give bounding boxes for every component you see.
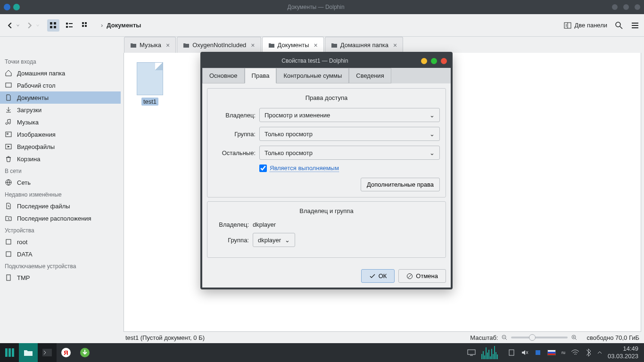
back-button[interactable]	[5, 20, 15, 31]
breadcrumb[interactable]: › Документы	[101, 22, 564, 29]
chevron-down-icon: ⌄	[285, 237, 290, 244]
tray-expand-icon[interactable]	[597, 349, 602, 356]
tab-permissions[interactable]: Права	[245, 68, 277, 83]
tray-updates-icon[interactable]	[534, 349, 542, 356]
clock-date: 03.03.2023	[608, 353, 638, 360]
tab-checksums[interactable]: Контрольные суммы	[276, 68, 349, 83]
sidebar-item-tmp[interactable]: TMP	[0, 272, 121, 284]
svg-line-29	[505, 338, 507, 340]
close-icon[interactable]: ×	[393, 41, 397, 49]
file-item[interactable]: test1	[133, 62, 166, 105]
tab-bar: Музыка× OxygenNotIncluded× Документы× До…	[0, 37, 644, 53]
sidebar-item-videos[interactable]: Видеофайлы	[0, 140, 121, 153]
breadcrumb-location[interactable]: Документы	[107, 22, 141, 29]
svg-rect-27	[7, 275, 10, 280]
sidebar-item-data[interactable]: DATA	[0, 248, 121, 260]
slider-knob[interactable]	[529, 334, 536, 341]
group-perm-select[interactable]: Только просмотр⌄	[259, 127, 440, 141]
svg-line-16	[620, 26, 622, 29]
sidebar-item-pictures[interactable]: Изображения	[0, 128, 121, 140]
status-text: test1 (Пустой документ, 0 Б)	[5, 334, 470, 341]
sidebar-item-home[interactable]: Домашняя папка	[0, 67, 121, 79]
close-icon[interactable]: ×	[251, 41, 255, 49]
sidebar-item-network[interactable]: Сеть	[0, 176, 121, 189]
svg-rect-6	[66, 26, 68, 28]
owner-perm-select[interactable]: Просмотр и изменение⌄	[259, 108, 440, 122]
tray-clipboard-icon[interactable]	[508, 349, 515, 356]
tray-volume-muted-icon[interactable]	[521, 349, 528, 356]
svg-rect-20	[6, 83, 11, 87]
sidebar-item-documents[interactable]: Документы	[0, 91, 121, 104]
tab-documents[interactable]: Документы×	[262, 37, 324, 53]
tray-wifi-icon[interactable]	[571, 349, 579, 356]
tray-clock[interactable]: 14:49 03.03.2023	[608, 345, 638, 360]
titlebar-pin-icon[interactable]	[13, 4, 20, 10]
taskbar-konsole[interactable]	[38, 343, 57, 362]
dialog-minimize-icon[interactable]	[421, 58, 427, 64]
svg-rect-21	[6, 132, 11, 137]
view-details-button[interactable]	[79, 19, 91, 32]
sidebar-item-downloads[interactable]: Загрузки	[0, 104, 121, 116]
zoom-in-icon[interactable]	[571, 335, 577, 340]
close-icon[interactable]: ×	[166, 41, 170, 49]
sidebar-item-recent-locations[interactable]: Последние расположения	[0, 212, 121, 224]
search-button[interactable]	[615, 21, 623, 30]
taskbar-downloads[interactable]	[75, 343, 94, 362]
svg-rect-47	[536, 350, 540, 355]
split-view-button[interactable]: Две панели	[564, 22, 607, 29]
window-close-icon[interactable]	[635, 4, 640, 10]
taskbar: Я ru 14:49 03.03.2023	[0, 343, 644, 362]
tab-general[interactable]: Основное	[202, 68, 245, 83]
dialog-close-icon[interactable]	[441, 58, 447, 64]
tab-music[interactable]: Музыка×	[124, 37, 176, 53]
tab-home[interactable]: Домашняя папка×	[325, 37, 403, 53]
chevron-down-icon: ⌄	[429, 149, 435, 156]
svg-rect-11	[85, 25, 87, 27]
executable-checkbox[interactable]	[259, 165, 267, 172]
sidebar-section-removable: Подключаемые устройства	[0, 260, 121, 272]
zoom-slider[interactable]	[511, 337, 568, 338]
advanced-permissions-button[interactable]: Дополнительные права	[361, 178, 440, 191]
sidebar-item-music[interactable]: Музыка	[0, 116, 121, 128]
hamburger-menu-button[interactable]	[631, 21, 639, 30]
view-icons-button[interactable]	[47, 19, 59, 32]
window-maximize-icon[interactable]	[623, 4, 629, 10]
group-select[interactable]: dkplayer⌄	[253, 233, 295, 247]
status-bar: test1 (Пустой документ, 0 Б) Масштаб: св…	[0, 332, 644, 343]
sidebar-section-recent: Недавно изменённые	[0, 189, 121, 200]
sidebar-item-desktop[interactable]: Рабочий стол	[0, 79, 121, 91]
tab-details[interactable]: Сведения	[349, 68, 391, 83]
svg-rect-25	[6, 239, 11, 244]
sidebar-section-places: Точки входа	[0, 56, 121, 67]
forward-dropdown-icon	[35, 20, 41, 31]
zoom-out-icon[interactable]	[502, 335, 507, 340]
start-menu-button[interactable]	[0, 343, 19, 362]
sidebar-item-recent-files[interactable]: Последние файлы	[0, 200, 121, 212]
file-name[interactable]: test1	[141, 98, 158, 106]
tab-oxygen[interactable]: OxygenNotIncluded×	[177, 37, 261, 53]
chevron-down-icon: ⌄	[429, 112, 435, 119]
back-dropdown-icon[interactable]	[15, 20, 21, 31]
tray-desktop-icon[interactable]	[467, 349, 476, 356]
tray-bluetooth-icon[interactable]	[585, 348, 592, 357]
cancel-button[interactable]: Отмена	[398, 269, 446, 283]
sidebar-item-trash[interactable]: Корзина	[0, 153, 121, 165]
sidebar: Точки входа Домашняя папка Рабочий стол …	[0, 53, 121, 332]
group-perm-label: Группа:	[213, 131, 256, 138]
tab-label: OxygenNotIncluded	[192, 41, 246, 49]
close-icon[interactable]: ×	[314, 41, 318, 49]
window-minimize-icon[interactable]	[612, 4, 618, 10]
taskbar-dolphin[interactable]	[19, 343, 38, 362]
executable-label[interactable]: Является выполняемым	[270, 165, 339, 172]
chevron-down-icon: ⌄	[429, 131, 435, 138]
ok-button[interactable]: ОК	[361, 269, 395, 283]
taskbar-yandex[interactable]: Я	[57, 343, 75, 362]
tray-keyboard-layout-icon[interactable]	[547, 350, 556, 355]
others-perm-select[interactable]: Только просмотр⌄	[259, 146, 440, 160]
tray-cpu-graph[interactable]	[481, 346, 502, 359]
sidebar-item-root[interactable]: root	[0, 236, 121, 248]
dialog-maximize-icon[interactable]	[431, 58, 437, 64]
view-compact-button[interactable]	[63, 19, 75, 32]
svg-rect-1	[54, 22, 56, 25]
dialog-titlebar[interactable]: Свойства test1 — Dolphin	[202, 54, 451, 68]
